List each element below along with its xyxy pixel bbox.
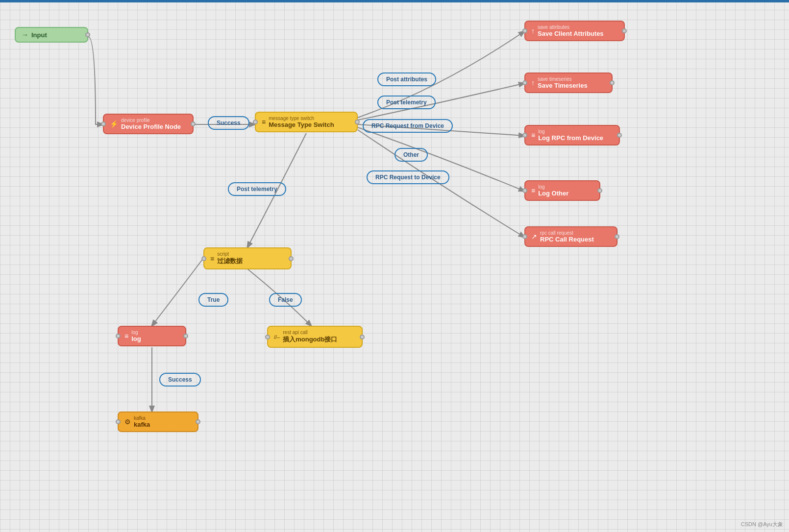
top-bar bbox=[0, 0, 789, 2]
edge-label-false: False bbox=[269, 293, 302, 307]
log-rpc-device-node[interactable]: ≡ log Log RPC from Device bbox=[524, 125, 620, 145]
device-profile-port-right bbox=[191, 121, 196, 126]
edge-label-post-telem2: Post telemetry bbox=[228, 182, 286, 196]
save-ts-port-left bbox=[522, 80, 527, 85]
rpc-call-port-left bbox=[522, 234, 527, 239]
rest-api-icon: //– bbox=[274, 334, 280, 340]
log-other-icon: ≡ bbox=[531, 187, 535, 194]
save-ts-icon: ↑ bbox=[531, 79, 535, 87]
save-attrs-icon: ↑ bbox=[531, 27, 535, 35]
edge-label-rpc-to-dev: RPC Request to Device bbox=[367, 170, 449, 184]
save-timeseries-node[interactable]: ↑ save timeseries Save Timeseries bbox=[524, 73, 613, 93]
edge-label-rpc-from-dev: RPC Request from Device bbox=[363, 119, 453, 133]
log-rpc-port-left bbox=[522, 133, 527, 138]
canvas: → Input ⚡ device profile Device Profile … bbox=[0, 0, 789, 532]
device-profile-icon: ⚡ bbox=[110, 120, 118, 128]
kafka-port-left bbox=[116, 419, 121, 424]
kafka-port-right bbox=[196, 419, 200, 424]
kafka-icon: ⚙ bbox=[124, 418, 131, 426]
save-attrs-port-right bbox=[622, 28, 627, 33]
script-port-right bbox=[289, 256, 294, 261]
edge-label-success1: Success bbox=[208, 116, 249, 130]
mts-icon: ≡ bbox=[262, 118, 266, 126]
edge-label-other: Other bbox=[394, 148, 428, 162]
save-attrs-port-left bbox=[522, 28, 527, 33]
rest-api-port-left bbox=[265, 335, 270, 339]
mts-port-right bbox=[355, 120, 360, 124]
log-other-port-left bbox=[522, 188, 527, 193]
rest-api-port-right bbox=[360, 335, 365, 339]
rpc-call-port-right bbox=[615, 234, 619, 239]
message-type-switch-node[interactable]: ≡ message type switch Message Type Switc… bbox=[255, 112, 358, 132]
rpc-call-icon: ↗ bbox=[531, 233, 537, 241]
input-node[interactable]: → Input bbox=[15, 27, 88, 43]
script-port-left bbox=[201, 256, 206, 261]
connections-svg bbox=[0, 0, 789, 532]
watermark: CSDN @Ayu大象 bbox=[741, 521, 783, 528]
device-profile-node[interactable]: ⚡ device profile Device Profile Node bbox=[103, 114, 194, 134]
kafka-node[interactable]: ⚙ kafka kafka bbox=[118, 411, 198, 432]
mts-port-left bbox=[253, 120, 258, 124]
log-icon: ≡ bbox=[124, 332, 128, 340]
log-other-node[interactable]: ≡ log Log Other bbox=[524, 180, 600, 201]
edge-label-success2: Success bbox=[159, 373, 201, 387]
edge-label-post-attrs: Post attributes bbox=[377, 73, 436, 86]
log-port-right bbox=[183, 334, 188, 339]
log-other-port-right bbox=[597, 188, 602, 193]
rest-api-node[interactable]: //– rest api call 插入mongodb接口 bbox=[267, 326, 363, 348]
script-icon: ≡ bbox=[210, 255, 214, 263]
rpc-call-request-node[interactable]: ↗ rpc call request RPC Call Request bbox=[524, 226, 617, 247]
log-node[interactable]: ≡ log log bbox=[118, 326, 186, 346]
edge-label-true: True bbox=[198, 293, 228, 307]
edge-label-post-telem1: Post telemetry bbox=[377, 96, 436, 109]
input-port-right bbox=[85, 32, 90, 37]
log-rpc-port-right bbox=[617, 133, 622, 138]
log-port-left bbox=[116, 334, 121, 339]
save-client-attrs-node[interactable]: ↑ save attributes Save Client Attributes bbox=[524, 21, 625, 41]
log-rpc-icon: ≡ bbox=[531, 131, 535, 139]
script-filter-node[interactable]: ≡ script 过滤数据 bbox=[203, 247, 292, 269]
input-icon: → bbox=[22, 31, 28, 39]
save-ts-port-right bbox=[610, 80, 615, 85]
device-profile-port-left bbox=[101, 121, 106, 126]
